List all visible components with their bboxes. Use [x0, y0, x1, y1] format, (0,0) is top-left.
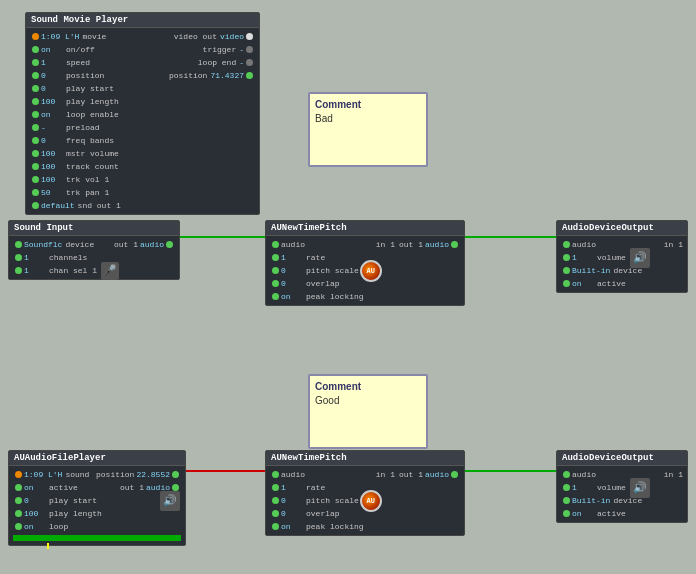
port-overlap2-in[interactable]: [272, 510, 279, 517]
port-play-length-in[interactable]: [32, 98, 39, 105]
label-audio2: audio: [281, 470, 305, 479]
port-audio-in1[interactable]: [272, 241, 279, 248]
port-out1[interactable]: [166, 241, 173, 248]
port-channels-in[interactable]: [15, 254, 22, 261]
port-rate1-in[interactable]: [272, 254, 279, 261]
port-track-count-in[interactable]: [32, 163, 39, 170]
port-peak-locking2-in[interactable]: [272, 523, 279, 530]
port-device-ado2-in[interactable]: [563, 497, 570, 504]
port-audio-out1[interactable]: [451, 241, 458, 248]
val-active-ado2: on: [572, 509, 594, 518]
row-audio-in1: audio in 1 out 1 audio: [270, 238, 460, 251]
audio-device-output-1-node: AudioDeviceOutput audio in 1 1 volume 🔊 …: [556, 220, 688, 293]
label-pitch-scale1: pitch scale: [306, 266, 359, 275]
label-audio-ado2: audio: [572, 470, 596, 479]
port-audio-in2[interactable]: [272, 471, 279, 478]
port-trk-pan1-in[interactable]: [32, 189, 39, 196]
val-movie: 1:09 L'H: [41, 32, 79, 41]
label-movie: movie: [82, 32, 106, 41]
val-rate2: 1: [281, 483, 303, 492]
port-audio-out2[interactable]: [451, 471, 458, 478]
port-position-afp[interactable]: [172, 471, 179, 478]
port-position-out[interactable]: [246, 72, 253, 79]
row-movie: 1:09 L'H movie video out video: [30, 30, 255, 43]
progress-track-afp: [13, 535, 181, 541]
row-device-ado2: Built-in device: [561, 494, 683, 507]
port-preload-in[interactable]: [32, 124, 39, 131]
port-volume-ado2-in[interactable]: [563, 484, 570, 491]
port-snd-out1-in[interactable]: [32, 202, 39, 209]
label-sound: sound: [65, 470, 89, 479]
port-pitch-scale1-in[interactable]: [272, 267, 279, 274]
port-loop-afp-in[interactable]: [15, 523, 22, 530]
port-out1-afp[interactable]: [172, 484, 179, 491]
val-preload: -: [41, 123, 63, 132]
port-pitch-scale2-in[interactable]: [272, 497, 279, 504]
progress-indicator-afp: [47, 543, 49, 549]
row-mstr-volume: 100 mstr volume: [30, 147, 255, 160]
port-play-length-afp-in[interactable]: [15, 510, 22, 517]
row-play-length: 100 play length: [30, 95, 255, 108]
row-active-ado2: on active: [561, 507, 683, 520]
label-device-ado2: device: [613, 496, 642, 505]
port-trigger-out[interactable]: [246, 46, 253, 53]
row-snd-out1: default snd out 1: [30, 199, 255, 212]
label-device: device: [65, 240, 94, 249]
audio-device-output-1-body: audio in 1 1 volume 🔊 Built-in device on…: [557, 236, 687, 292]
au-audio-file-player-body: 1:09 L'H sound position 22.8552 on activ…: [9, 466, 185, 545]
row-active-afp: on active out 1 audio: [13, 481, 181, 494]
label-snd-out1: snd out 1: [78, 201, 121, 210]
val-trk-vol1: 100: [41, 175, 63, 184]
port-speed-in[interactable]: [32, 59, 39, 66]
port-loop-enable-in[interactable]: [32, 111, 39, 118]
port-device-in[interactable]: [15, 241, 22, 248]
row-play-length-afp: 100 play length: [13, 507, 181, 520]
port-peak-locking1-in[interactable]: [272, 293, 279, 300]
port-play-start-afp-in[interactable]: [15, 497, 22, 504]
label-chan-sel1: chan sel 1: [49, 266, 97, 275]
port-volume-ado1-in[interactable]: [563, 254, 570, 261]
row-loop-afp: on loop: [13, 520, 181, 533]
label-track-count: track count: [66, 162, 119, 171]
port-device-ado1-in[interactable]: [563, 267, 570, 274]
port-movie-in[interactable]: [32, 33, 39, 40]
val-pitch-scale1: 0: [281, 266, 303, 275]
label-loop-afp: loop: [49, 522, 68, 531]
au-new-time-pitch-1-node: AUNewTimePitch audio in 1 out 1 audio 1 …: [265, 220, 465, 306]
port-audio-ado2-in[interactable]: [563, 471, 570, 478]
label-play-start: play start: [66, 84, 114, 93]
label-mstr-volume: mstr volume: [66, 149, 119, 158]
val-pitch-scale2: 0: [281, 496, 303, 505]
port-mstr-volume-in[interactable]: [32, 150, 39, 157]
label-in1-ado1: in 1: [664, 240, 683, 249]
port-trk-vol1-in[interactable]: [32, 176, 39, 183]
row-peak-locking2: on peak locking: [270, 520, 460, 533]
row-audio-in2: audio in 1 out 1 audio: [270, 468, 460, 481]
port-video-out[interactable]: [246, 33, 253, 40]
port-audio-ado1-in[interactable]: [563, 241, 570, 248]
port-rate2-in[interactable]: [272, 484, 279, 491]
port-position-in[interactable]: [32, 72, 39, 79]
port-active-ado1-in[interactable]: [563, 280, 570, 287]
label-device-ado1: device: [613, 266, 642, 275]
port-freq-bands-in[interactable]: [32, 137, 39, 144]
port-chan-sel1-in[interactable]: [15, 267, 22, 274]
label-speed: speed: [66, 58, 90, 67]
port-active-ado2-in[interactable]: [563, 510, 570, 517]
comment-box-1: Comment Bad: [308, 92, 428, 167]
row-sound: 1:09 L'H sound position 22.8552: [13, 468, 181, 481]
label-out1-atp2: out 1: [399, 470, 423, 479]
val-track-count: 100: [41, 162, 63, 171]
label-in1-ado2: in 1: [664, 470, 683, 479]
row-play-start-afp: 0 play start 🔊: [13, 494, 181, 507]
label-trk-vol1: trk vol 1: [66, 175, 109, 184]
port-play-start-in[interactable]: [32, 85, 39, 92]
port-overlap1-in[interactable]: [272, 280, 279, 287]
port-onoff-in[interactable]: [32, 46, 39, 53]
label-position: position: [66, 71, 104, 80]
port-sound-in[interactable]: [15, 471, 22, 478]
port-loop-end-out[interactable]: [246, 59, 253, 66]
val-overlap1: 0: [281, 279, 303, 288]
port-active-afp-in[interactable]: [15, 484, 22, 491]
val-loop-enable: on: [41, 110, 63, 119]
